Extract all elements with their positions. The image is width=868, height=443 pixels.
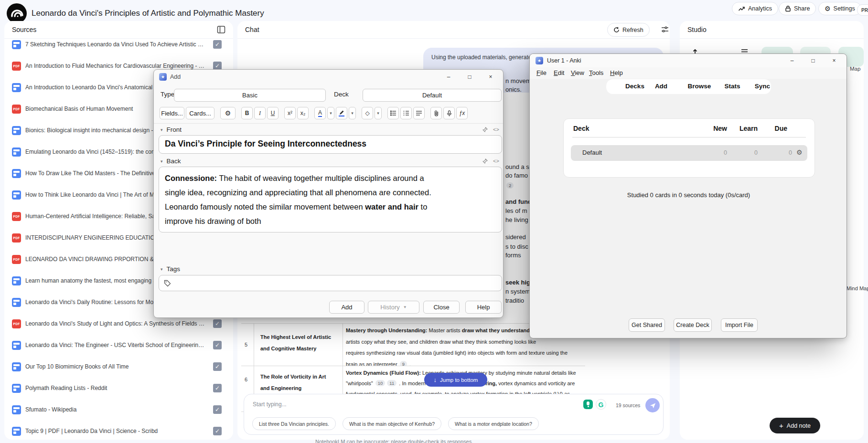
menu-help[interactable]: Help [610,69,623,76]
tab-stats[interactable]: Stats [724,83,740,90]
source-list-item[interactable]: Sfumato - Wikipedia✓ [4,399,233,421]
paperclip-icon[interactable] [430,107,442,119]
analytics-button[interactable]: Analytics [732,2,778,15]
deck-options-gear-icon[interactable]: ⚙ [796,148,803,156]
anki-window-titlebar[interactable]: ★ User 1 - Anki – □ × [530,54,847,67]
suggestion-chip[interactable]: What is a motor endplate location? [448,417,539,430]
citation-chip[interactable]: 10 [375,380,386,386]
deck-name[interactable]: Default [582,149,602,156]
highlight-pen-button[interactable] [336,107,347,119]
web-source-icon [12,276,21,285]
text-color-button[interactable]: A [314,107,326,119]
create-deck-button[interactable]: Create Deck [674,318,712,332]
source-list-item[interactable]: Topic 9 | PDF | Leonardo Da Vinci | Scie… [4,421,233,440]
source-checkbox[interactable]: ✓ [213,319,222,328]
add-card-button[interactable]: Add [329,301,364,314]
tab-browse[interactable]: Browse [688,83,711,90]
close-button[interactable]: × [824,54,845,67]
send-button[interactable] [645,398,660,412]
settings-button[interactable]: ⚙ Settings [818,2,861,15]
align-button[interactable] [413,107,425,119]
source-checkbox[interactable]: ✓ [213,362,222,371]
chat-text-fragment: forms [505,252,521,259]
back-section-toggle[interactable]: ▾ Back [161,158,181,165]
refresh-button[interactable]: Refresh [607,23,650,37]
html-editor-icon[interactable]: <> [493,127,499,132]
citation-chip[interactable]: 2 [506,182,514,189]
front-section-toggle[interactable]: ▾ Front [161,126,182,133]
source-checkbox[interactable]: ✓ [213,384,222,392]
bullet-list-button[interactable] [387,107,399,119]
italic-button[interactable]: I [254,107,266,119]
history-button[interactable]: History▼ [368,301,419,314]
html-editor-icon[interactable]: <> [493,158,499,164]
deck-select[interactable]: Default [363,89,502,102]
web-source-icon [12,384,21,393]
note-type-select[interactable]: Basic [174,89,326,102]
grammarly-g-icon[interactable]: G [596,399,606,410]
source-checkbox[interactable]: ✓ [213,427,222,435]
back-field[interactable]: Connessione: The habit of weaving togeth… [159,167,502,232]
close-button[interactable]: × [480,70,501,84]
numbered-list-button[interactable] [400,107,412,119]
equation-fx-button[interactable]: ƒx [456,107,468,119]
tab-add[interactable]: Add [655,83,667,90]
menu-edit[interactable]: Edit [554,69,564,76]
chat-settings-icon[interactable] [661,25,669,34]
suggestion-chip[interactable]: List three Da Vincian principles. [252,417,336,430]
add-note-button[interactable]: + Add note [770,418,820,433]
minimize-button[interactable]: – [782,54,803,67]
suggestion-chips: List three Da Vincian principles.What is… [252,417,539,430]
fields-button[interactable]: Fields... [160,107,184,119]
source-checkbox[interactable]: ✓ [213,40,222,49]
superscript-button[interactable]: x² [284,107,296,119]
suggestion-chip[interactable]: What is the main objective of Kenhub? [343,417,441,430]
maximize-button[interactable]: □ [803,54,824,67]
deck-row-default[interactable]: Default 0 0 0 ⚙ [571,145,807,161]
editor-settings-gear-icon[interactable]: ⚙ [220,107,236,119]
tab-decks[interactable]: Decks [625,83,644,90]
citation-chip[interactable]: 9 [400,361,407,366]
help-button[interactable]: Help [465,301,502,314]
maximize-button[interactable]: □ [459,70,480,84]
import-file-button[interactable]: Import File [721,318,758,332]
sources-title: Sources [12,26,36,33]
grammarly-assistant-icon[interactable] [583,400,593,409]
collapse-panel-icon[interactable] [217,25,225,34]
pin-field-icon[interactable] [482,127,488,132]
citation-chip[interactable]: 11 [387,380,396,386]
share-button[interactable]: Share [779,2,816,15]
source-checkbox[interactable]: ✓ [213,405,222,414]
source-list-item[interactable]: Our Top 10 Biomimicry Books of All Time✓ [4,356,233,378]
minimize-button[interactable]: – [438,70,459,84]
tags-input[interactable] [159,275,502,291]
text-color-chevron-icon[interactable]: ▾ [327,107,334,119]
pin-field-icon[interactable] [482,158,488,164]
row-number: 5 [241,324,254,366]
tags-section-toggle[interactable]: ▾ Tags [161,265,180,273]
add-window-titlebar[interactable]: ★ Add – □ × [154,70,503,84]
pdf-icon: PDF [12,233,21,243]
cards-button[interactable]: Cards... [186,107,214,119]
menu-tools[interactable]: Tools [589,69,603,76]
microphone-icon[interactable] [443,107,455,119]
get-shared-button[interactable]: Get Shared [629,318,665,332]
tab-sync[interactable]: Sync [755,83,770,90]
source-checkbox[interactable]: ✓ [213,341,222,349]
menu-file[interactable]: File [536,69,547,76]
eraser-button[interactable]: ◇ [362,107,373,119]
chat-input[interactable]: Start typing... [253,401,287,408]
front-field[interactable]: Da Vinci’s Principle for Seeing Intercon… [159,135,502,154]
jump-to-bottom-button[interactable]: ↓ Jump to bottom [424,373,487,387]
source-list-item[interactable]: Leonardo da Vinci: The Engineer - USC Vi… [4,335,233,356]
menu-view[interactable]: View [571,69,584,76]
source-list-item[interactable]: 7 Sketching Techniques Leonardo da Vinci… [4,39,233,55]
bold-button[interactable]: B [241,107,253,119]
close-dialog-button[interactable]: Close [423,301,460,314]
underline-button[interactable]: U [267,107,279,119]
subscript-button[interactable]: x₂ [297,107,309,119]
highlight-chevron-icon[interactable]: ▾ [349,107,356,119]
source-list-item[interactable]: Polymath Reading Lists - Reddit✓ [4,378,233,399]
eraser-chevron-icon[interactable]: ▾ [375,107,382,119]
notebooklm-app: Leonardo da Vinci's Principles of Artist… [0,0,868,443]
